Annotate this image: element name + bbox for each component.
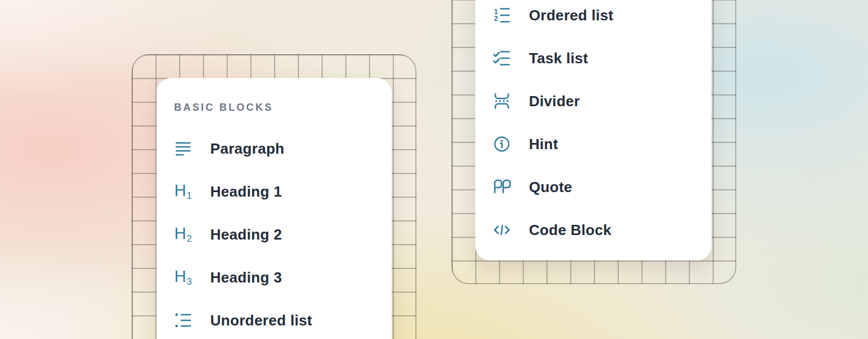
code-block-icon (493, 221, 511, 239)
list-item[interactable]: Paragraph (157, 127, 392, 170)
hint-icon (493, 135, 511, 153)
ordered-list-icon: 12 (493, 6, 511, 24)
list-item-label: Heading 1 (210, 183, 282, 201)
list-item[interactable]: Code Block (475, 208, 711, 251)
menu-item-list: 12 Ordered list Task list Divider Hint Q… (475, 0, 711, 251)
list-item[interactable]: 12 Ordered list (475, 0, 711, 37)
menu-item-list: Paragraph H1 Heading 1 H2 Heading 2 H3 H… (157, 127, 392, 339)
task-list-icon (493, 49, 511, 67)
list-item[interactable]: Divider (475, 80, 711, 123)
list-item-label: Task list (529, 50, 588, 67)
divider-icon (493, 92, 511, 110)
blocks-menu-continued: 12 Ordered list Task list Divider Hint Q… (475, 0, 711, 260)
heading-1-icon: H1 (174, 182, 192, 201)
quote-icon (493, 178, 511, 196)
list-item-label: Hint (529, 136, 558, 153)
list-item-label: Quote (529, 179, 572, 196)
list-item[interactable]: H2 Heading 2 (157, 213, 392, 256)
unordered-list-icon (174, 311, 192, 329)
section-label: BASIC BLOCKS (174, 102, 273, 114)
list-item-label: Heading 2 (210, 226, 282, 244)
svg-text:2: 2 (494, 14, 498, 23)
list-item-label: Paragraph (210, 140, 284, 158)
heading-3-icon: H3 (174, 268, 192, 286)
list-item[interactable]: Unordered list (157, 299, 392, 339)
list-item-label: Ordered list (529, 7, 614, 24)
basic-blocks-menu: BASIC BLOCKS Paragraph H1 Heading 1 H2 H… (157, 78, 392, 339)
list-item[interactable]: Quote (475, 166, 711, 208)
list-item-label: Code Block (529, 221, 611, 239)
paragraph-icon (174, 140, 192, 158)
heading-2-icon: H2 (174, 225, 192, 244)
list-item-label: Divider (529, 93, 580, 110)
list-item-label: Unordered list (210, 312, 312, 329)
list-item[interactable]: Hint (475, 123, 711, 166)
background-gradient (0, 0, 868, 339)
list-item[interactable]: H1 Heading 1 (157, 170, 392, 213)
list-item-label: Heading 3 (210, 269, 282, 286)
list-item[interactable]: H3 Heading 3 (157, 256, 392, 299)
list-item[interactable]: Task list (475, 37, 711, 80)
